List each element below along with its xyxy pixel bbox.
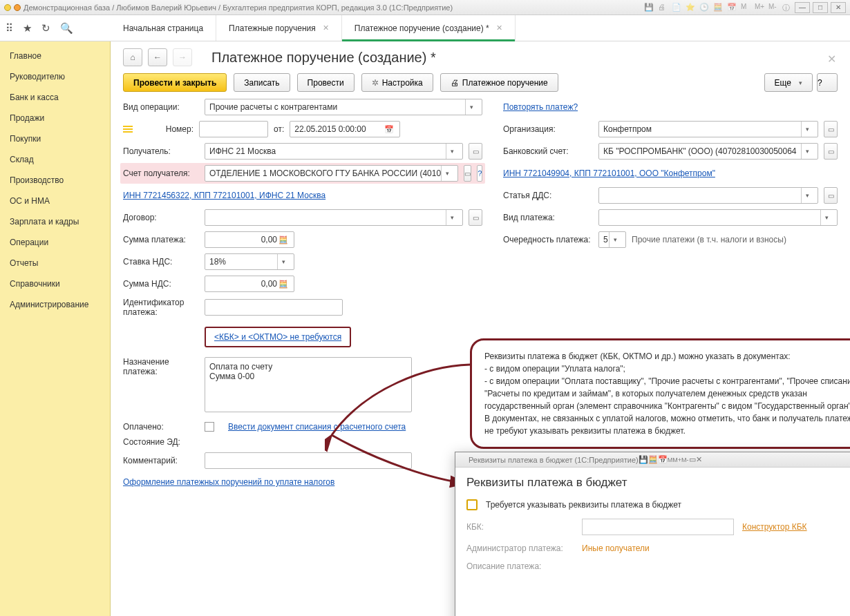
print-button[interactable]: 🖨Платежное поручение [440,73,558,92]
content-area: ✕ ⌂ ← → Платежное поручение (создание) *… [111,41,850,616]
inn-link-1[interactable]: ИНН 7721456322, КПП 772101001, ИФНС 21 М… [123,191,325,200]
help-button[interactable]: ? [817,73,838,92]
history-icon[interactable]: ↻ [41,22,50,35]
contract-select[interactable]: ▾ [205,209,463,226]
page-close-icon[interactable]: ✕ [827,52,836,66]
callout-bubble: Реквизиты платежа в бюджет (КБК, ОКТМО и… [470,338,850,449]
back-button[interactable]: ← [148,48,167,66]
date-input[interactable]: 22.05.2015 0:00:00📅 [290,121,400,137]
sidebar-item-3[interactable]: Продажи [0,108,110,128]
tb-cal-icon[interactable]: 📅 [658,455,668,464]
post-button[interactable]: Провести [297,73,355,92]
calc-icon[interactable]: 🧮 [277,232,290,247]
tab-close-icon[interactable]: ✕ [323,23,329,32]
app-icon [4,4,11,11]
dds-select[interactable]: ▾ [598,187,818,204]
maximize-button[interactable]: □ [813,2,828,13]
sidebar-item-6[interactable]: Производство [0,170,110,191]
number-input[interactable] [199,121,268,137]
tb-star-icon[interactable]: ⭐ [686,3,695,12]
recipient-label: Получатель: [123,146,199,156]
modal-restore-button[interactable]: ▭ [689,455,696,464]
id-input[interactable] [205,299,343,316]
vat-rate-select[interactable]: 18%▾ [205,253,294,270]
settings-button[interactable]: ✲Настройка [361,73,433,92]
tb-m-icon[interactable]: M [668,456,673,463]
org-select[interactable]: Конфетпром▾ [598,121,818,137]
open-contract-button[interactable]: ▭ [469,209,482,226]
paid-checkbox[interactable] [205,422,214,432]
sidebar-item-7[interactable]: ОС и НМА [0,191,110,211]
dropdown-icon[interactable]: ▾ [465,99,478,115]
tab-close-icon[interactable]: ✕ [496,23,502,32]
calc-icon[interactable]: 🧮 [277,276,290,291]
sidebar-item-12[interactable]: Администрирование [0,294,110,315]
sidebar-item-8[interactable]: Зарплата и кадры [0,211,110,232]
save-button[interactable]: Записать [234,73,290,92]
sidebar-item-5[interactable]: Склад [0,149,110,170]
inn-link-2[interactable]: ИНН 7721049904, КПП 772101001, ООО "Конф… [503,169,715,178]
calendar-icon[interactable]: 📅 [383,122,395,137]
search-icon[interactable]: 🔍 [60,22,73,35]
kbk-constructor-link[interactable]: Конструктор КБК [742,522,807,532]
priority-select[interactable]: 5▾ [598,231,626,248]
tb-print-icon[interactable]: 🖨 [658,3,668,12]
tb-calc-icon[interactable]: 🧮 [713,3,723,12]
tb-calc-icon[interactable]: 🧮 [648,455,658,464]
tb-m-icon[interactable]: M [741,3,750,12]
open-bank-acc-button[interactable]: ▭ [824,143,838,160]
minimize-button[interactable]: — [795,2,810,13]
tab-home[interactable]: Начальная страница [111,15,216,41]
recipient-select[interactable]: ИФНС 21 Москва▾ [205,143,463,160]
home-button[interactable]: ⌂ [123,48,142,66]
tb-m-plus-icon[interactable]: M+ [755,3,764,12]
tb-cal-icon[interactable]: 📅 [727,3,737,12]
kbk-input[interactable] [582,519,734,535]
sidebar-item-0[interactable]: Главное [0,46,110,66]
op-type-select[interactable]: Прочие расчеты с контрагентами▾ [205,99,482,115]
paid-link[interactable]: Ввести документ списания с расчетного сч… [228,422,406,432]
purpose-textarea[interactable]: Оплата по счетуСумма 0-00 [205,357,412,412]
favorite-icon[interactable]: ★ [23,22,32,35]
modal-close-button[interactable]: ✕ [696,455,702,464]
open-dds-button[interactable]: ▭ [824,187,838,204]
bank-acc-select[interactable]: КБ "РОСПРОМБАНК" (ООО) (4070281003005006… [598,143,818,160]
sum-input[interactable]: 0,00🧮 [205,231,294,248]
more-button[interactable]: Еще [764,73,813,92]
tb-m-minus-icon[interactable]: M- [681,456,689,463]
sidebar-item-4[interactable]: Покупки [0,128,110,149]
sidebar-item-9[interactable]: Операции [0,232,110,253]
comment-input[interactable] [205,452,412,469]
tab-payment-new[interactable]: Платежное поручение (создание) *✕ [342,15,516,41]
rec-acc-help-button[interactable]: ? [477,165,482,182]
app-icon-2 [14,4,21,11]
rec-acc-select[interactable]: ОТДЕЛЕНИЕ 1 МОСКОВСКОГО ГТУ БАНКА РОССИИ… [205,165,458,182]
tb-save-icon[interactable]: 💾 [644,3,654,12]
tb-m-minus-icon[interactable]: M- [768,3,778,12]
req-checkbox[interactable] [466,499,478,510]
sidebar-item-2[interactable]: Банк и касса [0,87,110,108]
tb-info-icon[interactable]: ⓘ [782,3,792,12]
sidebar-item-1[interactable]: Руководителю [0,66,110,87]
bottom-link[interactable]: Оформление платежных поручений по уплате… [123,477,334,487]
close-button[interactable]: ✕ [831,2,846,13]
open-org-button[interactable]: ▭ [824,121,838,137]
repeat-payment-link[interactable]: Повторять платеж? [503,102,578,112]
open-rec-acc-button[interactable]: ▭ [464,165,471,182]
modal-budget-requisites: Реквизиты платежа в бюджет (1С:Предприят… [455,452,850,616]
sidebar-item-10[interactable]: Отчеты [0,253,110,273]
tb-clock-icon[interactable]: 🕒 [699,3,709,12]
open-recipient-button[interactable]: ▭ [469,143,482,160]
apps-icon[interactable]: ⠿ [6,22,13,35]
kbk-oktmo-link[interactable]: <КБК> и <ОКТМО> не требуются [214,332,341,342]
tb-m-plus-icon[interactable]: M+ [672,456,681,463]
tb-save-icon[interactable]: 💾 [639,455,648,464]
post-close-button[interactable]: Провести и закрыть [123,73,227,92]
tb-doc-icon[interactable]: 📄 [672,3,681,12]
pay-type-select[interactable]: ▾ [598,209,838,226]
vat-sum-input[interactable]: 0,00🧮 [205,276,294,292]
tab-payments[interactable]: Платежные поручения✕ [216,15,342,41]
from-label: от: [274,124,284,134]
forward-button[interactable]: → [173,48,192,66]
sidebar-item-11[interactable]: Справочники [0,273,110,294]
